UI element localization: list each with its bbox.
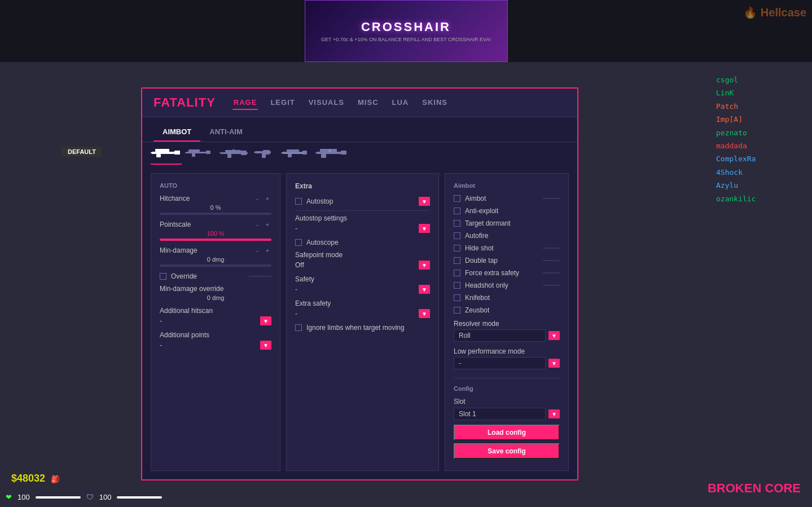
banner-subtitle: GET +0.70c & +10% ON BALANCE REFILL AND … xyxy=(321,37,491,42)
low-performance-btn[interactable]: ▼ xyxy=(548,359,560,368)
weapon-ak[interactable] xyxy=(315,147,349,165)
opt-aimbot: Aimbot xyxy=(454,195,560,202)
autostop-settings-val: - xyxy=(295,224,416,232)
hide-shot-key[interactable] xyxy=(543,248,560,249)
chat-impl: Imp[A] xyxy=(716,113,806,126)
target-dormant-label: Target dormant xyxy=(465,219,511,227)
chat-link: LinK xyxy=(716,86,806,99)
additional-hitscan-btn[interactable]: ▼ xyxy=(260,316,271,325)
ignore-limbs-checkbox[interactable] xyxy=(295,324,302,331)
nav-legit[interactable]: LEGIT xyxy=(269,96,296,110)
safety-control: Safety - ▼ xyxy=(295,275,430,294)
resolver-mode-btn[interactable]: ▼ xyxy=(548,331,560,340)
chat-patch: Patch xyxy=(716,100,806,113)
pointscale-minus[interactable]: - xyxy=(253,221,261,228)
autostop-settings-btn[interactable]: ▼ xyxy=(419,224,430,233)
weapon-pistol[interactable] xyxy=(254,147,278,165)
svg-rect-1 xyxy=(174,151,180,155)
weapon-shotgun[interactable] xyxy=(281,147,312,165)
hide-shot-checkbox[interactable] xyxy=(454,245,460,252)
safety-btn[interactable]: ▼ xyxy=(419,285,430,294)
opt-knifebot: Knifebot xyxy=(454,294,560,302)
mindamage-minus[interactable]: - xyxy=(253,247,261,254)
aimbot-checkbox[interactable] xyxy=(454,195,460,202)
aimbot-key[interactable] xyxy=(543,198,560,199)
cheat-menu: FATALITY RAGE LEGIT VISUALS MISC LUA SKI… xyxy=(141,87,578,480)
override-checkbox[interactable] xyxy=(160,273,166,280)
safety-label: Safety xyxy=(295,275,314,283)
zeusbot-checkbox[interactable] xyxy=(454,307,460,314)
hitchance-label: Hitchance xyxy=(160,195,190,202)
menu-nav: RAGE LEGIT VISUALS MISC LUA SKINS xyxy=(232,96,449,110)
nav-misc[interactable]: MISC xyxy=(357,96,380,110)
antiexploit-label: Anti-exploit xyxy=(465,207,498,215)
right-chat: csgol LinK Patch Imp[A] peznato maddada … xyxy=(710,68,812,211)
ignore-limbs-label: Ignore limbs when target moving xyxy=(306,324,404,332)
svg-rect-29 xyxy=(320,149,337,152)
mindamage-slider[interactable] xyxy=(160,264,271,267)
autostop-checkbox[interactable] xyxy=(295,198,302,205)
panel-right: Aimbot Aimbot Anti-exploit xyxy=(445,173,569,471)
opt-hide-shot: Hide shot xyxy=(454,244,560,252)
save-config-button[interactable]: Save config xyxy=(454,443,560,459)
target-dormant-checkbox[interactable] xyxy=(454,220,460,227)
opt-target-dormant: Target dormant xyxy=(454,219,560,227)
chat-csgol: csgol xyxy=(716,73,806,86)
svg-rect-31 xyxy=(315,152,318,153)
chat-azylu: Azylu xyxy=(716,179,806,192)
pointscale-slider[interactable] xyxy=(160,239,271,241)
zeusbot-label: Zeusbot xyxy=(465,306,489,314)
pointscale-value: 100 % xyxy=(160,230,271,237)
nav-rage[interactable]: RAGE xyxy=(232,96,258,110)
weapon-sniper[interactable] xyxy=(220,147,251,165)
headshot-checkbox[interactable] xyxy=(454,282,460,289)
force-safety-label: Force extra safety xyxy=(465,269,519,277)
chat-ozankilic: ozankilic xyxy=(716,192,806,205)
svg-rect-12 xyxy=(241,151,247,155)
autoscope-checkbox[interactable] xyxy=(295,239,302,246)
headshot-label: Headshot only xyxy=(465,281,508,289)
weapon-rifle[interactable] xyxy=(151,147,182,165)
additional-hitscan-val: - xyxy=(160,317,257,325)
hitchance-minus[interactable]: - xyxy=(253,195,261,202)
force-safety-key[interactable] xyxy=(543,272,560,274)
svg-rect-9 xyxy=(192,153,195,157)
nav-lua[interactable]: LUA xyxy=(391,96,410,110)
antiexploit-checkbox[interactable] xyxy=(454,208,460,214)
force-safety-checkbox[interactable] xyxy=(454,270,460,276)
additional-points-label: Additional points xyxy=(160,331,209,339)
tab-antiaim[interactable]: ANTI-AIM xyxy=(200,123,252,142)
headshot-key[interactable] xyxy=(543,285,560,286)
slot-btn[interactable]: ▼ xyxy=(548,409,560,418)
autostop-row: Autostop ▼ xyxy=(295,197,430,206)
extra-safety-btn[interactable]: ▼ xyxy=(419,309,430,318)
load-config-button[interactable]: Load config xyxy=(454,425,560,440)
additional-points-btn[interactable]: ▼ xyxy=(260,341,271,350)
svg-rect-2 xyxy=(155,149,169,152)
weapon-smg[interactable] xyxy=(185,147,216,165)
opt-headshot: Headshot only xyxy=(454,281,560,289)
svg-rect-22 xyxy=(302,151,307,155)
knifebot-checkbox[interactable] xyxy=(454,294,460,301)
nav-visuals[interactable]: VISUALS xyxy=(308,96,345,110)
chat-complexra: ComplexRa xyxy=(716,152,806,165)
hitchance-slider[interactable] xyxy=(160,213,271,215)
safepoint-mode-btn[interactable]: ▼ xyxy=(419,261,430,270)
panel-middle: Extra Autostop ▼ Autostop settings - ▼ xyxy=(286,173,439,471)
extra-safety-control: Extra safety - ▼ xyxy=(295,299,430,318)
armor-icon: 🛡 xyxy=(86,493,94,501)
low-performance-label: Low performance mode xyxy=(454,347,525,355)
double-tap-checkbox[interactable] xyxy=(454,257,460,264)
svg-rect-19 xyxy=(262,153,266,158)
autofire-checkbox[interactable] xyxy=(454,232,460,239)
autostop-key-btn[interactable]: ▼ xyxy=(419,197,430,206)
double-tap-key[interactable] xyxy=(543,260,560,261)
top-hud: US ⠀ 59:08 0 0 CROSSHAIR GET +0.70c & +1… xyxy=(0,0,812,62)
tab-aimbot[interactable]: AIMBOT xyxy=(153,123,200,142)
mindamage-plus[interactable]: + xyxy=(264,247,271,254)
nav-skins[interactable]: SKINS xyxy=(421,96,449,110)
pointscale-plus[interactable]: + xyxy=(264,221,271,228)
low-performance-val: - xyxy=(454,357,546,369)
hitchance-plus[interactable]: + xyxy=(264,195,271,202)
autostop-label: Autostop xyxy=(306,197,333,205)
